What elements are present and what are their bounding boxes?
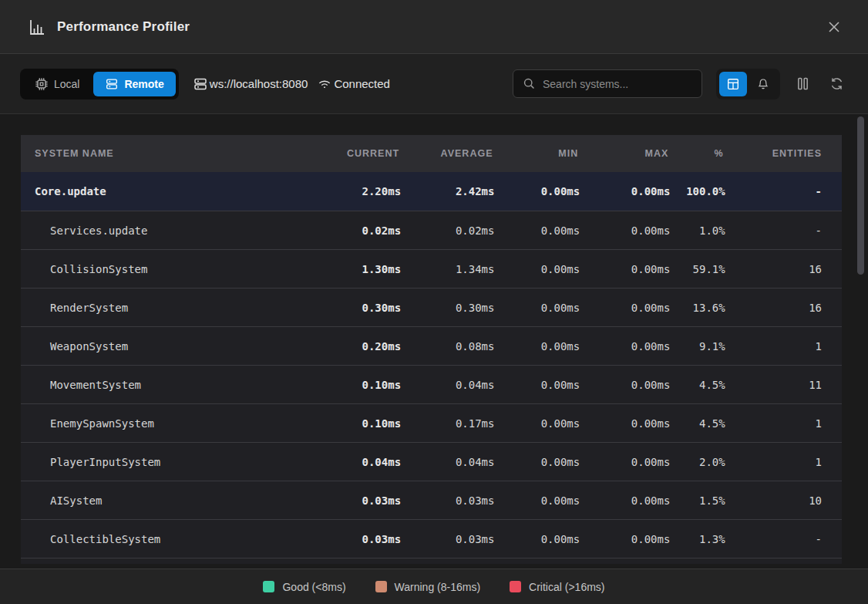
cell-entities: 16 bbox=[725, 302, 842, 314]
cell-entities: 16 bbox=[725, 263, 842, 275]
cell-current: 0.10ms bbox=[316, 417, 401, 430]
cell-max: 0.00ms bbox=[580, 379, 670, 391]
toolbar: Local Remote ws://localhost:8080 bbox=[0, 54, 868, 114]
table-row[interactable]: PlayerInputSystem0.04ms0.04ms0.00ms0.00m… bbox=[21, 442, 842, 481]
table-row[interactable]: EnemySpawnSystem0.10ms0.17ms0.00ms0.00ms… bbox=[21, 403, 842, 442]
table-header-row: SYSTEM NAMECURRENTAVERAGEMINMAX%ENTITIES bbox=[21, 135, 842, 172]
cell-min: 0.00ms bbox=[494, 379, 580, 391]
cell-current: 0.03ms bbox=[316, 533, 401, 545]
cell-average: 0.17ms bbox=[401, 417, 494, 430]
table-row[interactable]: RenderSystem0.30ms0.30ms0.00ms0.00ms13.6… bbox=[21, 288, 842, 326]
alerts-button[interactable] bbox=[749, 72, 777, 96]
table-row[interactable]: AISystem0.03ms0.03ms0.00ms0.00ms1.5%10 bbox=[21, 481, 842, 519]
cell-percent: 9.1% bbox=[670, 340, 725, 353]
legend-footer: Good (<8ms)Warning (8-16ms)Critical (>16… bbox=[0, 569, 868, 604]
cell-max: 0.00ms bbox=[580, 224, 670, 237]
cell-name: Services.update bbox=[21, 224, 316, 237]
cell-percent: 2.0% bbox=[670, 456, 725, 468]
cell-percent: 4.5% bbox=[670, 417, 725, 430]
search-box bbox=[513, 69, 702, 98]
cell-percent: 1.5% bbox=[670, 494, 725, 507]
column-header-average[interactable]: AVERAGE bbox=[401, 148, 494, 159]
cell-current: 0.04ms bbox=[316, 456, 401, 468]
legend-item: Good (<8ms) bbox=[263, 581, 345, 593]
legend-label: Critical (>16ms) bbox=[529, 581, 604, 593]
column-header-min[interactable]: MIN bbox=[494, 148, 580, 159]
pause-icon bbox=[796, 76, 809, 91]
search-icon bbox=[523, 77, 536, 90]
cell-max: 0.00ms bbox=[580, 263, 670, 275]
cell-entities: 11 bbox=[725, 379, 842, 391]
legend-swatch-icon bbox=[375, 581, 387, 592]
local-mode-button[interactable]: Local bbox=[23, 72, 91, 96]
column-header-max[interactable]: MAX bbox=[580, 148, 670, 159]
cell-min: 0.00ms bbox=[494, 263, 580, 275]
cell-percent: 59.1% bbox=[670, 263, 725, 275]
refresh-button[interactable] bbox=[825, 72, 848, 96]
cell-entities: 1 bbox=[725, 417, 842, 430]
cell-current: 1.30ms bbox=[316, 263, 401, 275]
table-row[interactable]: Services.update0.02ms0.02ms0.00ms0.00ms1… bbox=[21, 211, 842, 249]
cell-average: 0.04ms bbox=[401, 379, 494, 391]
cell-max: 0.00ms bbox=[580, 185, 670, 197]
table-view-button[interactable] bbox=[719, 72, 747, 96]
cell-min: 0.00ms bbox=[494, 494, 580, 507]
mode-segmented-control: Local Remote bbox=[20, 69, 179, 100]
connection-status: Connected bbox=[317, 76, 390, 92]
vertical-scrollbar[interactable] bbox=[857, 116, 864, 275]
cell-current: 0.10ms bbox=[316, 379, 401, 391]
cell-entities: 1 bbox=[725, 456, 842, 468]
cell-max: 0.00ms bbox=[580, 340, 670, 353]
table-row[interactable]: MovementSystem0.10ms0.04ms0.00ms0.00ms4.… bbox=[21, 365, 842, 403]
cell-percent: 4.5% bbox=[670, 379, 725, 391]
connection-url: ws://localhost:8080 bbox=[193, 76, 308, 92]
window-header: Performance Profiler bbox=[0, 0, 868, 54]
table-row[interactable]: Core.update2.20ms2.42ms0.00ms0.00ms100.0… bbox=[21, 172, 842, 211]
bar-chart-icon bbox=[28, 18, 46, 36]
view-toggle-group bbox=[716, 69, 780, 100]
cell-name: Core.update bbox=[21, 185, 316, 197]
column-header-current[interactable]: CURRENT bbox=[316, 148, 401, 159]
cell-name: EnemySpawnSystem bbox=[21, 417, 316, 430]
pause-button[interactable] bbox=[791, 72, 814, 96]
column-header-name[interactable]: SYSTEM NAME bbox=[21, 148, 316, 159]
cell-percent: 13.6% bbox=[670, 302, 725, 314]
cell-name: PlayerInputSystem bbox=[21, 456, 316, 468]
table-body: Core.update2.20ms2.42ms0.00ms0.00ms100.0… bbox=[21, 172, 842, 558]
remote-mode-button[interactable]: Remote bbox=[93, 72, 175, 96]
refresh-icon bbox=[829, 76, 844, 91]
cell-min: 0.00ms bbox=[494, 224, 580, 237]
cpu-icon bbox=[35, 77, 49, 91]
legend-label: Good (<8ms) bbox=[282, 581, 345, 593]
cell-entities: - bbox=[725, 533, 842, 545]
bell-icon bbox=[756, 77, 770, 91]
table-row[interactable]: CollisionSystem1.30ms1.34ms0.00ms0.00ms5… bbox=[21, 249, 842, 288]
legend-item: Warning (8-16ms) bbox=[375, 581, 481, 593]
table-row[interactable]: CollectibleSystem0.03ms0.03ms0.00ms0.00m… bbox=[21, 519, 842, 558]
table-row[interactable]: WeaponSystem0.20ms0.08ms0.00ms0.00ms9.1%… bbox=[21, 326, 842, 365]
cell-name: AISystem bbox=[21, 494, 316, 507]
cell-entities: - bbox=[725, 224, 842, 237]
cell-average: 0.03ms bbox=[401, 494, 494, 507]
legend-swatch-icon bbox=[510, 581, 521, 592]
cell-percent: 1.3% bbox=[670, 533, 725, 545]
cell-average: 0.08ms bbox=[401, 340, 494, 353]
cell-average: 0.30ms bbox=[401, 302, 494, 314]
search-input[interactable] bbox=[543, 78, 692, 90]
column-header-percent[interactable]: % bbox=[670, 148, 725, 159]
connection-status-label: Connected bbox=[334, 77, 390, 90]
column-header-entities[interactable]: ENTITIES bbox=[725, 148, 842, 159]
cell-max: 0.00ms bbox=[580, 494, 670, 507]
table-row-partial bbox=[21, 558, 842, 564]
cell-average: 0.03ms bbox=[401, 533, 494, 545]
remote-mode-label: Remote bbox=[124, 78, 163, 90]
table-layout-icon bbox=[726, 77, 740, 91]
cell-max: 0.00ms bbox=[580, 417, 670, 430]
cell-average: 0.04ms bbox=[401, 456, 494, 468]
cell-min: 0.00ms bbox=[494, 302, 580, 314]
cell-name: WeaponSystem bbox=[21, 340, 316, 353]
cell-min: 0.00ms bbox=[494, 185, 580, 197]
cell-average: 0.02ms bbox=[401, 224, 494, 237]
close-icon[interactable] bbox=[823, 16, 845, 38]
cell-max: 0.00ms bbox=[580, 302, 670, 314]
